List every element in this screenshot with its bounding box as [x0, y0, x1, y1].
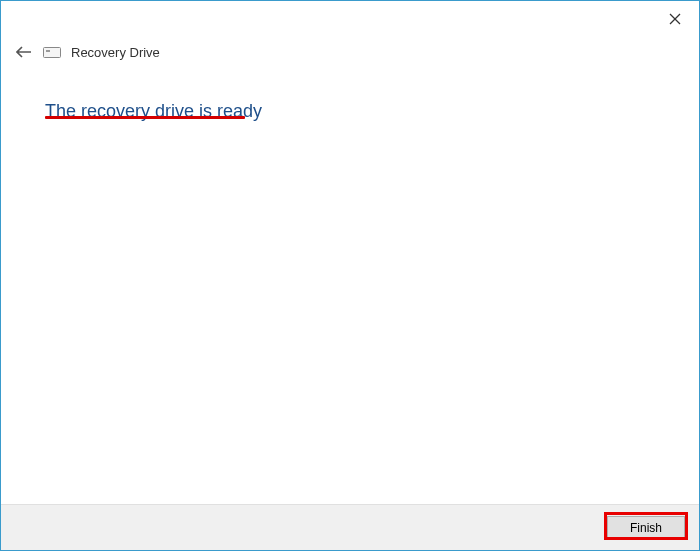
wizard-content: The recovery drive is ready — [1, 61, 699, 162]
close-button[interactable] — [663, 7, 687, 31]
drive-icon — [43, 46, 61, 58]
svg-rect-2 — [44, 47, 61, 57]
back-button[interactable] — [15, 43, 33, 61]
finish-button[interactable]: Finish — [607, 516, 685, 540]
wizard-title: Recovery Drive — [71, 45, 160, 60]
svg-rect-3 — [46, 50, 50, 52]
back-arrow-icon — [16, 45, 32, 59]
wizard-footer: Finish — [1, 504, 699, 550]
close-icon — [669, 13, 681, 25]
wizard-header: Recovery Drive — [1, 1, 699, 61]
annotation-underline — [45, 116, 245, 119]
